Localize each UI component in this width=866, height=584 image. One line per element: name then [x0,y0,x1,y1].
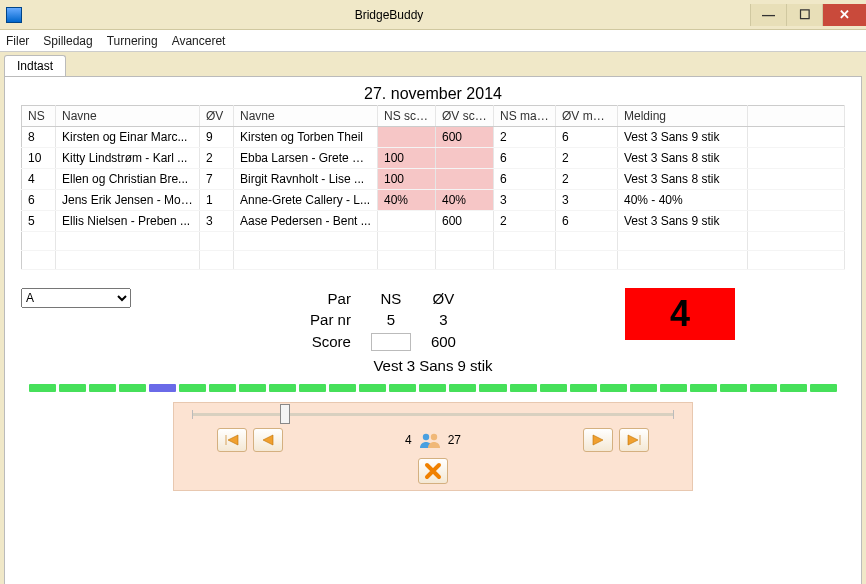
group-select[interactable]: A [21,288,131,308]
progress-seg[interactable] [780,384,807,392]
last-button[interactable] [619,428,649,452]
parnr-ov: 3 [421,309,466,330]
col-ov-score[interactable]: ØV score [436,106,494,127]
progress-seg[interactable] [720,384,747,392]
progress-seg[interactable] [419,384,446,392]
bid-line: Vest 3 Sans 9 stik [21,357,845,374]
date-header: 27. november 2014 [21,85,845,103]
progress-seg[interactable] [630,384,657,392]
nav-current: 4 [405,433,412,447]
table-row[interactable]: 8Kirsten og Einar Marc...9Kirsten og Tor… [22,127,845,148]
progress-seg[interactable] [600,384,627,392]
people-icon [418,431,442,449]
progress-seg[interactable] [239,384,266,392]
delete-button[interactable] [418,458,448,484]
progress-seg[interactable] [269,384,296,392]
table-row[interactable]: 4Ellen og Christian Bre...7Birgit Ravnho… [22,169,845,190]
nav-total: 27 [448,433,461,447]
progress-seg[interactable] [570,384,597,392]
progress-seg[interactable] [540,384,567,392]
window-title: BridgeBuddy [28,8,750,22]
menu-spilledag[interactable]: Spilledag [43,34,92,48]
col-navne1[interactable]: Navne [56,106,200,127]
col-ns[interactable]: NS [22,106,56,127]
parnr-ns: 5 [361,309,421,330]
progress-seg[interactable] [510,384,537,392]
results-table: NS Navne ØV Navne NS score ØV score NS m… [21,105,845,270]
col-ns-score[interactable]: NS score [378,106,436,127]
app-icon [6,7,22,23]
svg-point-1 [430,433,436,439]
summary: ParNSØV Par nr53 Score600 [141,288,625,353]
board-number-box: 4 [625,288,735,340]
nav-panel: 4 27 [173,402,693,491]
col-ov-match[interactable]: ØV match [556,106,618,127]
progress-seg[interactable] [29,384,56,392]
score-ov: 600 [421,330,466,353]
board-slider[interactable] [192,413,674,416]
close-button[interactable]: ✕ [822,4,866,26]
col-melding[interactable]: Melding [618,106,748,127]
progress-seg[interactable] [149,384,176,392]
progress-seg[interactable] [329,384,356,392]
progress-seg[interactable] [89,384,116,392]
content-panel: 27. november 2014 NS Navne ØV Navne NS s… [4,76,862,584]
col-ov[interactable]: ØV [200,106,234,127]
progress-seg[interactable] [359,384,386,392]
next-button[interactable] [583,428,613,452]
tabs: Indtast [4,55,862,76]
progress-seg[interactable] [479,384,506,392]
progress-bar [29,384,837,392]
progress-seg[interactable] [750,384,777,392]
progress-seg[interactable] [690,384,717,392]
menu-filer[interactable]: Filer [6,34,29,48]
progress-seg[interactable] [449,384,476,392]
score-ns-input[interactable] [371,333,411,351]
prev-button[interactable] [253,428,283,452]
table-row[interactable]: 10Kitty Lindstrøm - Karl ...2Ebba Larsen… [22,148,845,169]
svg-point-0 [422,433,428,439]
menu-turnering[interactable]: Turnering [107,34,158,48]
progress-seg[interactable] [179,384,206,392]
col-ns-match[interactable]: NS match [494,106,556,127]
menu-avanceret[interactable]: Avanceret [172,34,226,48]
titlebar: BridgeBuddy — ☐ ✕ [0,0,866,30]
progress-seg[interactable] [299,384,326,392]
progress-seg[interactable] [810,384,837,392]
minimize-button[interactable]: — [750,4,786,26]
progress-seg[interactable] [389,384,416,392]
tab-indtast[interactable]: Indtast [4,55,66,76]
menubar: Filer Spilledag Turnering Avanceret [0,30,866,52]
progress-seg[interactable] [660,384,687,392]
col-navne2[interactable]: Navne [234,106,378,127]
table-row[interactable]: 5Ellis Nielsen - Preben ...3Aase Pederse… [22,211,845,232]
maximize-button[interactable]: ☐ [786,4,822,26]
progress-seg[interactable] [119,384,146,392]
progress-seg[interactable] [59,384,86,392]
first-button[interactable] [217,428,247,452]
progress-seg[interactable] [209,384,236,392]
table-row[interactable]: 6Jens Erik Jensen - Mog...1Anne-Grete Ca… [22,190,845,211]
